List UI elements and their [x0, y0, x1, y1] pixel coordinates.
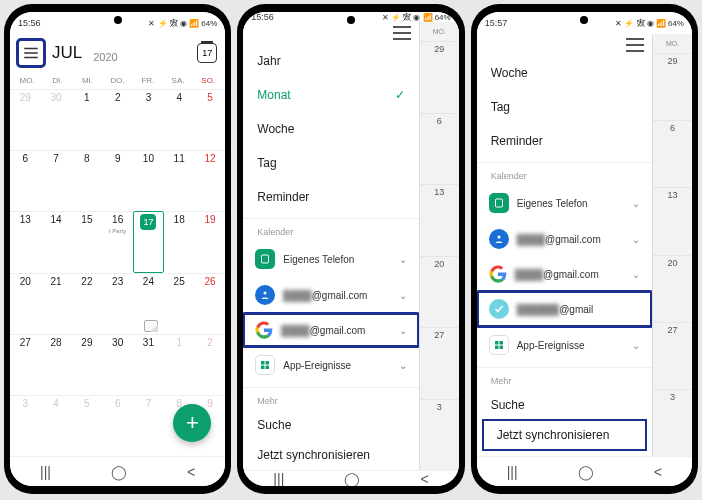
calendar-day-cell[interactable]: 5	[195, 89, 226, 150]
account-gmail-1[interactable]: ████@gmail.com ⌄	[477, 221, 653, 257]
calendar-day-cell[interactable]: 2	[195, 334, 226, 395]
chevron-down-icon: ⌄	[632, 198, 640, 209]
hamburger-icon	[22, 44, 40, 62]
view-tag[interactable]: Tag	[243, 146, 419, 180]
calendar-day-cell[interactable]: 4	[41, 395, 72, 456]
drawer-sync[interactable]: Jetzt synchronisieren	[483, 420, 647, 450]
back-button[interactable]: <	[654, 464, 662, 480]
calendar-day-cell[interactable]: 17	[133, 211, 164, 272]
back-button[interactable]: <	[187, 464, 195, 480]
calendar-day-cell[interactable]: 21	[41, 273, 72, 334]
view-monat[interactable]: Monat ✓	[243, 78, 419, 112]
hamburger-menu-button[interactable]	[18, 40, 44, 66]
back-button[interactable]: <	[420, 471, 428, 486]
calendar-day-cell[interactable]: 16I Party	[102, 211, 133, 272]
recent-apps-button[interactable]: |||	[273, 471, 284, 486]
calendar-day-cell[interactable]: 31	[133, 334, 164, 395]
view-reminder[interactable]: Reminder	[243, 180, 419, 214]
drawer-search[interactable]: Suche	[243, 410, 419, 440]
calendar-day-cell[interactable]: 19	[195, 211, 226, 272]
svg-rect-8	[495, 341, 499, 345]
calendar-day-cell[interactable]: 9	[102, 150, 133, 211]
calendar-day-cell[interactable]: 7	[41, 150, 72, 211]
calendar-day-cell[interactable]: 30	[41, 89, 72, 150]
calendar-day-cell[interactable]: 12	[195, 150, 226, 211]
svg-rect-2	[261, 361, 265, 365]
account-app-events[interactable]: App-Ereignisse ⌄	[477, 327, 653, 363]
drawer-menu-icon[interactable]	[626, 38, 644, 52]
view-reminder[interactable]: Reminder	[477, 124, 653, 158]
calendar-day-cell[interactable]: 29	[10, 89, 41, 150]
phone-frame-2: 15:56 ✕ ⚡ 🕸 ◉ 📶 64% Jahr Monat ✓ Woche T…	[237, 4, 464, 494]
calendar-day-cell[interactable]: 3	[10, 395, 41, 456]
calendar-day-cell[interactable]: 22	[72, 273, 103, 334]
calendar-day-cell[interactable]: 8	[72, 150, 103, 211]
calendar-day-cell[interactable]: 10	[133, 150, 164, 211]
view-tag[interactable]: Tag	[477, 90, 653, 124]
calendar-day-cell: 3	[653, 389, 692, 456]
calendar-day-cell[interactable]: 15	[72, 211, 103, 272]
weekday-label: FR.	[133, 76, 163, 85]
calendar-day-cell[interactable]: 3	[133, 89, 164, 150]
calendar-day-cell[interactable]: 1	[164, 334, 195, 395]
view-woche[interactable]: Woche	[477, 56, 653, 90]
drawer-sync[interactable]: Jetzt synchronisieren	[243, 440, 419, 470]
calendar-day-cell[interactable]: 25	[164, 273, 195, 334]
calendar-day-cell[interactable]: 1	[72, 89, 103, 150]
account-phone[interactable]: Eigenes Telefon ⌄	[243, 241, 419, 277]
sync-check-icon	[489, 299, 509, 319]
today-button[interactable]: 17	[197, 43, 217, 63]
account-app-events[interactable]: App-Ereignisse ⌄	[243, 347, 419, 383]
calendar-day-cell[interactable]: 29	[72, 334, 103, 395]
calendar-day-cell[interactable]: 2	[102, 89, 133, 150]
calendar-day-cell[interactable]: 24	[133, 273, 164, 334]
month-label[interactable]: JUL	[52, 43, 82, 63]
calendar-day-cell[interactable]: 26	[195, 273, 226, 334]
calendar-day-cell[interactable]: 28	[41, 334, 72, 395]
calendar-day-cell[interactable]: 14	[41, 211, 72, 272]
android-navbar[interactable]: ||| ◯ <	[243, 470, 458, 486]
view-woche[interactable]: Woche	[243, 112, 419, 146]
account-gmail-3[interactable]: ██████@gmail	[477, 291, 653, 327]
calendar-day-cell[interactable]: 13	[10, 211, 41, 272]
home-button[interactable]: ◯	[344, 471, 360, 486]
calendar-day-cell[interactable]: 6	[10, 150, 41, 211]
calendar-day-cell[interactable]: 7	[133, 395, 164, 456]
drawer-menu-icon[interactable]	[393, 26, 411, 40]
svg-rect-6	[495, 199, 502, 207]
view-jahr[interactable]: Jahr	[243, 44, 419, 78]
calendar-day-cell[interactable]: 6	[102, 395, 133, 456]
calendar-day-cell[interactable]: 11	[164, 150, 195, 211]
calendar-day-cell[interactable]: 23	[102, 273, 133, 334]
calendar-day-cell: 27	[653, 322, 692, 389]
home-button[interactable]: ◯	[111, 464, 127, 480]
recent-apps-button[interactable]: |||	[507, 464, 518, 480]
phone-frame-1: 15:56 ✕ ⚡ 🕸 ◉ 📶 64% JUL 2020 17 MO.DI.MI…	[4, 4, 231, 494]
weekday-label: MO.	[12, 76, 42, 85]
calendar-behind-drawer: MO. 2961320273	[653, 34, 692, 456]
calendar-day-cell[interactable]: 4	[164, 89, 195, 150]
app-events-icon	[489, 335, 509, 355]
chevron-down-icon: ⌄	[399, 254, 407, 265]
calendar-grid[interactable]: 293012345678910111213141516I Party171819…	[10, 89, 225, 456]
nav-drawer: Woche Tag Reminder Kalender Eigenes Tele…	[477, 34, 654, 456]
app-events-icon	[255, 355, 275, 375]
calendar-day-cell[interactable]: 20	[10, 273, 41, 334]
account-phone[interactable]: Eigenes Telefon ⌄	[477, 185, 653, 221]
calendar-day-cell: 29	[420, 41, 459, 113]
calendar-day-cell[interactable]: 5	[72, 395, 103, 456]
calendar-day-cell[interactable]: 27	[10, 334, 41, 395]
home-button[interactable]: ◯	[578, 464, 594, 480]
recent-apps-button[interactable]: |||	[40, 464, 51, 480]
weekday-label: MI.	[72, 76, 102, 85]
calendar-day-cell[interactable]: 18	[164, 211, 195, 272]
account-gmail-1[interactable]: ████@gmail.com ⌄	[243, 277, 419, 313]
android-navbar[interactable]: ||| ◯ <	[477, 456, 692, 486]
android-navbar[interactable]: ||| ◯ <	[10, 456, 225, 486]
calendar-day-cell[interactable]: 30	[102, 334, 133, 395]
drawer-search[interactable]: Suche	[477, 390, 653, 420]
account-gmail-2[interactable]: ████@gmail.com ⌄	[477, 257, 653, 291]
account-gmail-2[interactable]: ████@gmail.com ⌄	[243, 313, 419, 347]
calendar-day-cell: 3	[420, 399, 459, 471]
status-time: 15:57	[485, 18, 508, 28]
